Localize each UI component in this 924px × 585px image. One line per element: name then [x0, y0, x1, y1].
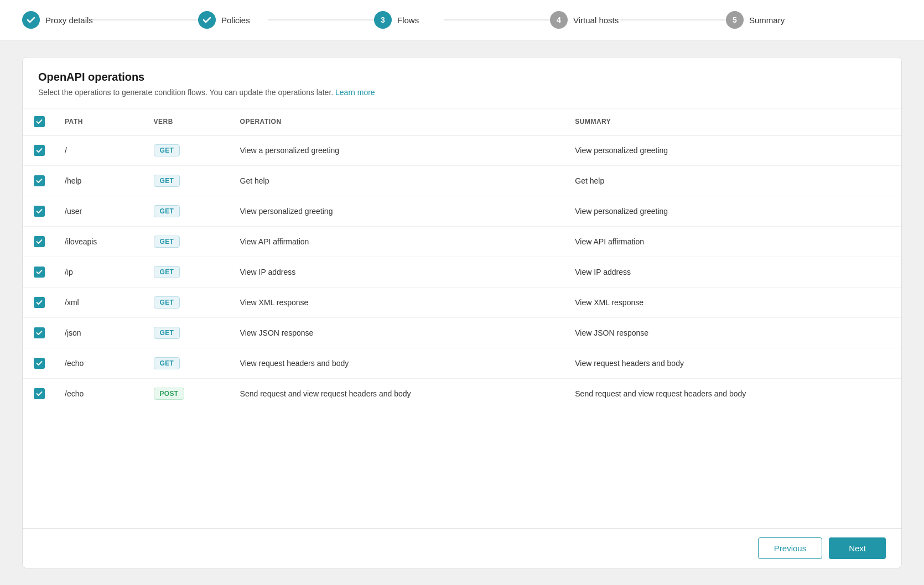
row-summary: View XML response [566, 288, 901, 318]
table-row: /GETView a personalized greetingView per… [23, 135, 901, 166]
row-path: /user [56, 196, 145, 227]
step-circle-virtual-hosts: 4 [550, 11, 568, 29]
next-button[interactable]: Next [829, 537, 886, 559]
row-path: / [56, 135, 145, 166]
row-summary: View JSON response [566, 318, 901, 348]
select-all-checkbox[interactable] [34, 116, 45, 127]
table-header-row: PATH VERB OPERATION SUMMARY [23, 108, 901, 135]
row-operation: View API affirmation [231, 227, 567, 257]
operations-card: OpenAPI operations Select the operations… [22, 57, 902, 568]
card-title: OpenAPI operations [38, 71, 886, 83]
row-operation: View IP address [231, 257, 567, 288]
row-checkbox[interactable] [34, 267, 45, 278]
row-verb: GET [145, 318, 231, 348]
row-path: /echo [56, 348, 145, 379]
table-row: /xmlGETView XML responseView XML respons… [23, 288, 901, 318]
col-header-summary: SUMMARY [566, 108, 901, 135]
row-checkbox[interactable] [34, 327, 45, 338]
row-summary: View personalized greeting [566, 135, 901, 166]
row-verb: POST [145, 379, 231, 409]
row-checkbox[interactable] [34, 145, 45, 156]
stepper: Proxy details Policies 3 Flows 4 Virtual… [0, 0, 924, 40]
verb-badge-get: GET [154, 205, 180, 217]
row-checkbox-cell [23, 166, 56, 196]
row-operation: View JSON response [231, 318, 567, 348]
row-summary: Send request and view request headers an… [566, 379, 901, 409]
card-header: OpenAPI operations Select the operations… [23, 58, 901, 108]
row-path: /help [56, 166, 145, 196]
row-checkbox-cell [23, 379, 56, 409]
row-verb: GET [145, 348, 231, 379]
col-header-verb: VERB [145, 108, 231, 135]
row-checkbox-cell [23, 348, 56, 379]
row-summary: View IP address [566, 257, 901, 288]
row-summary: View API affirmation [566, 227, 901, 257]
table-row: /ipGETView IP addressView IP address [23, 257, 901, 288]
verb-badge-get: GET [154, 266, 180, 278]
card-subtitle: Select the operations to generate condit… [38, 88, 886, 97]
verb-badge-get: GET [154, 175, 180, 187]
table-row: /iloveapisGETView API affirmationView AP… [23, 227, 901, 257]
previous-button[interactable]: Previous [758, 537, 822, 559]
step-label-proxy-details: Proxy details [45, 15, 93, 25]
col-header-checkbox [23, 108, 56, 135]
row-checkbox-cell [23, 227, 56, 257]
table-row: /echoPOSTSend request and view request h… [23, 379, 901, 409]
row-checkbox-cell [23, 135, 56, 166]
table-row: /helpGETGet helpGet help [23, 166, 901, 196]
main-content: OpenAPI operations Select the operations… [0, 40, 924, 585]
row-path: /echo [56, 379, 145, 409]
step-label-virtual-hosts: Virtual hosts [573, 15, 619, 25]
row-path: /json [56, 318, 145, 348]
row-verb: GET [145, 135, 231, 166]
row-checkbox[interactable] [34, 175, 45, 186]
verb-badge-get: GET [154, 144, 180, 156]
col-header-operation: OPERATION [231, 108, 567, 135]
step-flows: 3 Flows [374, 11, 550, 29]
row-verb: GET [145, 196, 231, 227]
row-summary: View request headers and body [566, 348, 901, 379]
step-policies: Policies [198, 11, 374, 29]
step-circle-proxy-details [22, 11, 40, 29]
step-circle-policies [198, 11, 216, 29]
operations-table-container: PATH VERB OPERATION SUMMARY /GETView a p… [23, 108, 901, 528]
row-verb: GET [145, 227, 231, 257]
row-checkbox-cell [23, 257, 56, 288]
row-path: /iloveapis [56, 227, 145, 257]
row-verb: GET [145, 257, 231, 288]
row-path: /ip [56, 257, 145, 288]
verb-badge-get: GET [154, 357, 180, 369]
row-summary: Get help [566, 166, 901, 196]
row-summary: View personalized greeting [566, 196, 901, 227]
row-checkbox[interactable] [34, 388, 45, 399]
verb-badge-post: POST [154, 388, 185, 400]
step-label-summary: Summary [749, 15, 785, 25]
row-checkbox-cell [23, 318, 56, 348]
step-proxy-details: Proxy details [22, 11, 198, 29]
step-virtual-hosts: 4 Virtual hosts [550, 11, 726, 29]
row-checkbox-cell [23, 288, 56, 318]
verb-badge-get: GET [154, 296, 180, 309]
row-operation: View personalized greeting [231, 196, 567, 227]
row-path: /xml [56, 288, 145, 318]
col-header-path: PATH [56, 108, 145, 135]
row-operation: View a personalized greeting [231, 135, 567, 166]
row-operation: Get help [231, 166, 567, 196]
row-verb: GET [145, 288, 231, 318]
row-checkbox[interactable] [34, 358, 45, 369]
row-checkbox[interactable] [34, 236, 45, 247]
row-checkbox[interactable] [34, 297, 45, 308]
learn-more-link[interactable]: Learn more [335, 88, 375, 97]
table-row: /jsonGETView JSON responseView JSON resp… [23, 318, 901, 348]
row-checkbox[interactable] [34, 206, 45, 217]
step-summary: 5 Summary [726, 11, 902, 29]
step-label-policies: Policies [221, 15, 250, 25]
row-operation: Send request and view request headers an… [231, 379, 567, 409]
row-operation: View XML response [231, 288, 567, 318]
table-row: /userGETView personalized greetingView p… [23, 196, 901, 227]
step-circle-summary: 5 [726, 11, 744, 29]
row-verb: GET [145, 166, 231, 196]
row-operation: View request headers and body [231, 348, 567, 379]
card-footer: Previous Next [23, 528, 901, 568]
verb-badge-get: GET [154, 236, 180, 248]
